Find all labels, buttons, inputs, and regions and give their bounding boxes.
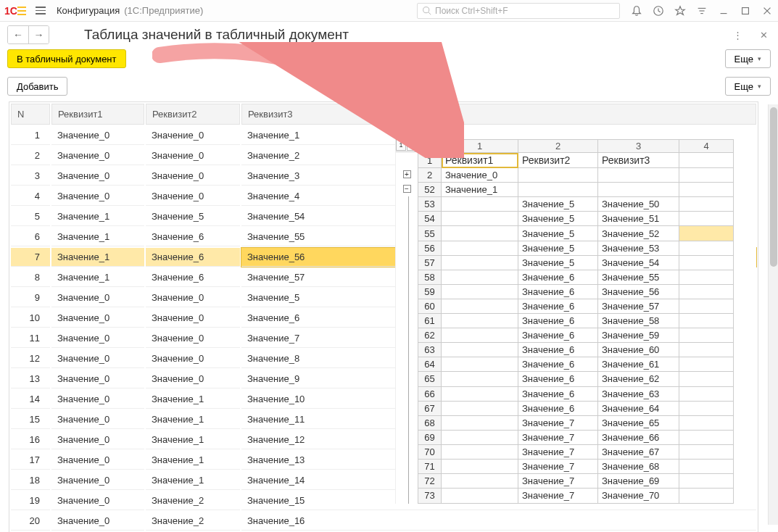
spreadsheet-panel: 1 2 +− 1 2 3 4 1Реквизит1Реквизит2Реквиз… bbox=[395, 139, 756, 504]
spreadsheet[interactable]: 1 2 3 4 1Реквизит1Реквизит2Реквизит32Зна… bbox=[418, 139, 734, 504]
nav-back-button[interactable]: ← bbox=[8, 26, 28, 43]
col-head-4[interactable]: 4 bbox=[679, 140, 734, 153]
sheet-row[interactable]: 54Значение_5Значение_51 bbox=[418, 212, 734, 226]
sheet-row[interactable]: 62Значение_6Значение_59 bbox=[418, 328, 734, 343]
toolbar-2: Добавить Еще bbox=[0, 72, 778, 101]
outline-level-2[interactable]: 2 bbox=[407, 139, 417, 151]
sheet-row[interactable]: 2Значение_0 bbox=[418, 168, 734, 183]
app-title: Конфигурация(1С:Предприятие) bbox=[57, 5, 203, 16]
sheet-row[interactable]: 72Значение_7Значение_69 bbox=[418, 474, 734, 489]
sheet-row[interactable]: 71Значение_7Значение_68 bbox=[418, 459, 734, 473]
sheet-row[interactable]: 64Значение_6Значение_61 bbox=[418, 357, 734, 372]
page-title: Таблица значений в табличный документ bbox=[84, 27, 349, 43]
sheet-row[interactable]: 67Значение_6Значение_64 bbox=[418, 401, 734, 415]
sheet-row[interactable]: 58Значение_6Значение_55 bbox=[418, 270, 734, 284]
outline-gutter: 1 2 +− bbox=[396, 139, 418, 504]
sheet-row[interactable]: 63Значение_6Значение_60 bbox=[418, 343, 734, 357]
outline-collapse-icon[interactable]: − bbox=[403, 185, 411, 193]
close-tab-icon[interactable]: ✕ bbox=[756, 28, 771, 42]
sheet-row[interactable]: 60Значение_6Значение_57 bbox=[418, 299, 734, 313]
sheet-row[interactable]: 65Значение_6Значение_62 bbox=[418, 372, 734, 386]
svg-text:1C: 1C bbox=[4, 5, 17, 17]
kebab-icon[interactable]: ⋮ bbox=[730, 28, 745, 42]
add-button[interactable]: Добавить bbox=[7, 77, 67, 96]
sheet-row[interactable]: 69Значение_7Значение_66 bbox=[418, 430, 734, 444]
col-r2[interactable]: Реквизит2 bbox=[146, 104, 240, 125]
titlebar: 1C Конфигурация(1С:Предприятие) Поиск Ct… bbox=[0, 0, 778, 22]
main-area: N Реквизит1 Реквизит2 Реквизит3 1Значени… bbox=[0, 101, 778, 522]
svg-rect-1 bbox=[17, 7, 26, 8]
col-head-2[interactable]: 2 bbox=[518, 140, 598, 153]
svg-line-5 bbox=[429, 12, 431, 14]
minimize-icon[interactable] bbox=[717, 4, 730, 17]
menu-icon[interactable] bbox=[32, 2, 49, 20]
col-r3[interactable]: Реквизит3 bbox=[241, 104, 756, 125]
sheet-row[interactable]: 53Значение_5Значение_50 bbox=[418, 197, 734, 212]
more-button-1[interactable]: Еще bbox=[725, 49, 771, 68]
toolbar-1: В табличный документ Еще bbox=[0, 48, 778, 72]
sheet-row[interactable]: 59Значение_6Значение_56 bbox=[418, 284, 734, 299]
sheet-row[interactable]: 57Значение_5Значение_54 bbox=[418, 255, 734, 270]
corner-cell[interactable] bbox=[418, 140, 442, 153]
svg-rect-2 bbox=[17, 10, 26, 12]
maximize-icon[interactable] bbox=[739, 4, 752, 17]
sheet-row[interactable]: 73Значение_7Значение_70 bbox=[418, 489, 734, 503]
subheader: ← → Таблица значений в табличный докумен… bbox=[0, 22, 778, 48]
sheet-row[interactable]: 52Значение_1 bbox=[418, 183, 734, 197]
sheet-row[interactable]: 68Значение_7Значение_65 bbox=[418, 415, 734, 430]
outline-level-1[interactable]: 1 bbox=[396, 139, 406, 151]
star-icon[interactable] bbox=[674, 4, 687, 17]
sheet-row[interactable]: 70Значение_7Значение_67 bbox=[418, 444, 734, 459]
sheet-header-row[interactable]: 1Реквизит1Реквизит2Реквизит3 bbox=[418, 153, 734, 168]
outline-expand-icon[interactable]: + bbox=[403, 170, 411, 178]
logo-1c: 1C bbox=[4, 4, 28, 18]
nav-buttons: ← → bbox=[7, 25, 49, 44]
more-button-2[interactable]: Еще bbox=[725, 77, 771, 96]
col-n[interactable]: N bbox=[11, 104, 50, 125]
col-r1[interactable]: Реквизит1 bbox=[51, 104, 144, 125]
search-input[interactable]: Поиск Ctrl+Shift+F bbox=[417, 3, 620, 19]
vertical-scrollbar[interactable] bbox=[768, 104, 778, 525]
nav-forward-button[interactable]: → bbox=[28, 26, 49, 43]
col-head-3[interactable]: 3 bbox=[598, 140, 679, 153]
svg-point-4 bbox=[423, 7, 429, 13]
history-icon[interactable] bbox=[652, 4, 665, 17]
table-row[interactable]: 20Значение_0Значение_2Значение_16 bbox=[11, 512, 756, 531]
filter-icon[interactable] bbox=[695, 4, 708, 17]
svg-rect-11 bbox=[742, 7, 749, 14]
sheet-row[interactable]: 66Значение_6Значение_63 bbox=[418, 386, 734, 401]
sheet-row[interactable]: 61Значение_6Значение_58 bbox=[418, 314, 734, 328]
close-icon[interactable] bbox=[761, 4, 774, 17]
col-head-1[interactable]: 1 bbox=[442, 140, 518, 153]
sheet-row[interactable]: 56Значение_5Значение_53 bbox=[418, 241, 734, 255]
to-spreadsheet-button[interactable]: В табличный документ bbox=[7, 49, 126, 68]
svg-rect-3 bbox=[17, 14, 26, 15]
bell-icon[interactable] bbox=[630, 4, 643, 17]
sheet-row[interactable]: 55Значение_5Значение_52 bbox=[418, 226, 734, 241]
